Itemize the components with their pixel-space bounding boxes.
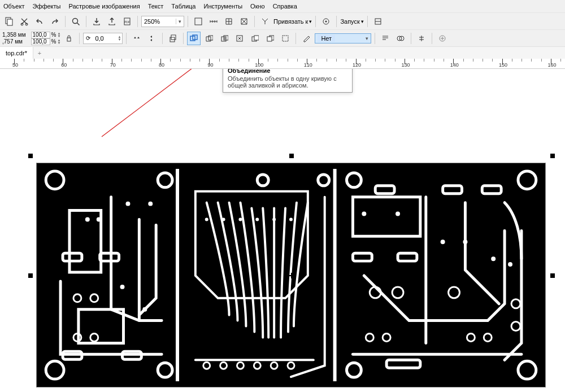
snap-toggle[interactable] (258, 15, 272, 28)
document-tab[interactable]: top.cdr* (0, 47, 33, 59)
svg-point-4 (73, 18, 78, 23)
dim-x: 1,358 мм (2, 32, 26, 38)
cut-button[interactable] (18, 15, 31, 28)
horizontal-ruler: 5060708090100110120130140150160 (0, 59, 565, 69)
launch-label[interactable]: Запуск ▾ (340, 18, 363, 25)
svg-rect-18 (224, 37, 226, 40)
svg-rect-7 (195, 18, 202, 25)
mirror-h-button[interactable] (130, 32, 144, 45)
scale-percentages: %▲▼ %▲▼ (31, 32, 61, 45)
align-button[interactable] (415, 32, 428, 45)
add-button[interactable] (436, 32, 449, 45)
menu-tools[interactable]: Инструменты (203, 3, 242, 10)
main-toolbar: PDF ▾ Привязать к ▾ Запуск ▾ (0, 12, 565, 29)
menu-bar: Объект Эффекты Растровые изображения Тек… (0, 0, 565, 12)
wrap-text-button[interactable] (379, 32, 392, 45)
canvas[interactable]: Объединение Объединить объекты в одну кр… (0, 69, 565, 392)
tooltip-body: Объединить объекты в одну кривую с общей… (228, 75, 347, 89)
menu-help[interactable]: Справка (273, 3, 297, 10)
guides-button[interactable] (237, 15, 251, 28)
handle-t[interactable] (289, 154, 294, 158)
menu-objekt[interactable]: Объект (3, 3, 24, 10)
document-tab-label: top.cdr* (6, 50, 27, 56)
object-dimensions: 1,358 мм ,757 мм (2, 32, 29, 45)
annotation-arrow (96, 69, 220, 142)
back-minus-front-button[interactable] (263, 32, 277, 45)
add-tab-button[interactable]: + (33, 50, 46, 56)
export-button[interactable] (105, 15, 119, 28)
svg-rect-1 (7, 19, 12, 25)
zoom-combo[interactable]: ▾ (141, 16, 184, 27)
zoom-dropdown-icon[interactable]: ▾ (176, 19, 184, 24)
tooltip-title: Объединение (228, 69, 347, 74)
menu-table[interactable]: Таблица (171, 3, 195, 10)
snap-label[interactable]: Привязать к ▾ (273, 18, 312, 25)
svg-rect-11 (67, 38, 71, 41)
simplify-button[interactable] (233, 32, 246, 45)
handle-tl[interactable] (28, 154, 33, 158)
svg-rect-24 (282, 36, 288, 41)
extra-ortho-button[interactable] (371, 15, 385, 28)
front-minus-back-button[interactable] (248, 32, 262, 45)
rotation-input[interactable] (93, 33, 116, 43)
trim-button[interactable] (202, 32, 216, 45)
options-button[interactable] (319, 15, 333, 28)
copy-button[interactable] (2, 15, 16, 28)
clip-button[interactable] (394, 32, 407, 45)
fullscreen-button[interactable] (192, 15, 205, 28)
search-button[interactable] (69, 15, 82, 28)
selection-frame (31, 156, 553, 392)
weld-button[interactable] (187, 32, 201, 45)
undo-button[interactable] (33, 15, 46, 28)
boundary-button[interactable] (279, 32, 292, 45)
rotation-icon: ⟳ (84, 35, 93, 41)
redo-button[interactable] (48, 15, 62, 28)
menu-raster[interactable]: Растровые изображения (68, 3, 140, 10)
outline-width-value: Нет (318, 35, 335, 42)
mirror-v-button[interactable] (145, 32, 159, 45)
handle-tr[interactable] (550, 154, 555, 158)
grid-button[interactable] (222, 15, 236, 28)
svg-rect-21 (254, 36, 259, 40)
tooltip: Объединение Объединить объекты в одну кр… (223, 69, 353, 93)
document-tabs: top.cdr* + (0, 46, 565, 59)
svg-point-9 (325, 20, 327, 22)
svg-rect-23 (267, 37, 272, 41)
svg-text:PDF: PDF (124, 20, 130, 24)
pdf-button[interactable]: PDF (120, 15, 134, 28)
scale-y-input[interactable] (31, 38, 50, 45)
menu-text[interactable]: Текст (148, 3, 164, 10)
property-bar: 1,358 мм ,757 мм %▲▼ %▲▼ ⟳ ▲▼ Нет ▾ (0, 29, 565, 46)
import-button[interactable] (90, 15, 103, 28)
intersect-button[interactable] (218, 32, 231, 45)
handle-r[interactable] (550, 273, 555, 278)
rulers-button[interactable] (207, 15, 220, 28)
outline-width-combo[interactable]: Нет ▾ (315, 33, 371, 43)
menu-window[interactable]: Окно (250, 3, 265, 10)
lock-ratio-button[interactable] (62, 32, 76, 45)
to-front-button[interactable] (166, 32, 180, 45)
handle-l[interactable] (28, 273, 33, 278)
selection-center[interactable] (289, 273, 294, 278)
outline-pen-button[interactable] (299, 32, 313, 45)
scale-x-input[interactable] (31, 32, 50, 38)
dim-y: ,757 мм (2, 38, 26, 45)
menu-effects[interactable]: Эффекты (32, 3, 60, 10)
rotation-input-wrap: ⟳ ▲▼ (83, 33, 123, 44)
svg-line-28 (102, 69, 206, 137)
zoom-input[interactable] (142, 16, 176, 27)
